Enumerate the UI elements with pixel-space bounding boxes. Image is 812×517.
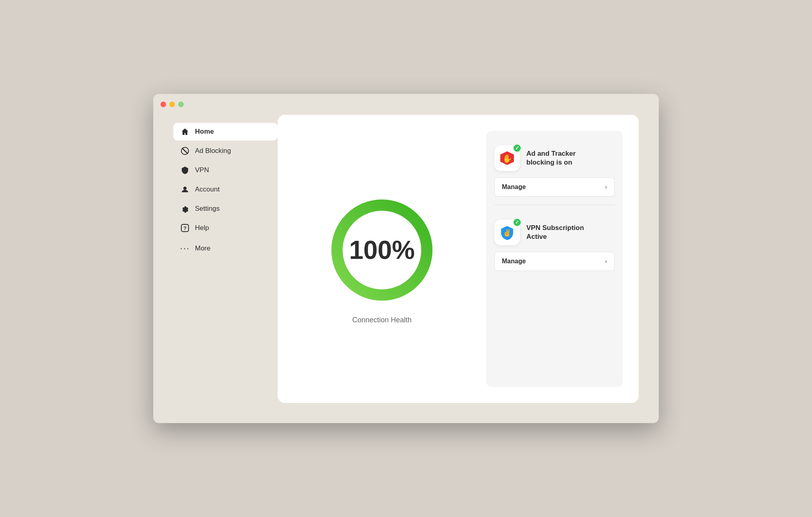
health-percentage: 100% (349, 236, 415, 265)
ad-tracker-manage-label: Manage (502, 183, 526, 191)
vpn-chevron-icon: › (605, 258, 607, 265)
sidebar-item-account[interactable]: Account (173, 181, 278, 198)
svg-text:?: ? (183, 225, 187, 231)
svg-point-2 (183, 187, 187, 190)
ad-blocking-icon (181, 147, 189, 155)
ad-tracker-status-text: Ad and Trackerblocking is on (526, 149, 576, 167)
sidebar-item-help[interactable]: ? Help (173, 219, 278, 237)
sidebar: Home Ad Blocking VPN (173, 115, 278, 403)
svg-line-1 (183, 149, 187, 153)
vpn-card-header: ✌️ ✓ VPN SubscriptionActive (494, 213, 615, 252)
home-icon (181, 128, 189, 136)
app-window: Home Ad Blocking VPN (153, 94, 659, 423)
vpn-status-text: VPN SubscriptionActive (526, 224, 584, 241)
sidebar-item-more[interactable]: ··· More (173, 238, 278, 258)
ad-tracker-card-header: ✋ ✓ Ad and Trackerblocking is on (494, 139, 615, 177)
sidebar-item-ad-blocking[interactable]: Ad Blocking (173, 142, 278, 160)
status-panel: ✋ ✓ Ad and Trackerblocking is on Manage … (486, 131, 623, 387)
sidebar-label-home: Home (195, 128, 214, 136)
sidebar-label-settings: Settings (195, 205, 219, 213)
ad-tracker-check-icon: ✓ (515, 146, 519, 151)
close-button[interactable] (160, 102, 166, 107)
vpn-manage-button[interactable]: Manage › (494, 252, 615, 271)
sidebar-label-ad-blocking: Ad Blocking (195, 147, 231, 155)
ad-tracker-icon-wrap: ✋ ✓ (494, 145, 520, 171)
sidebar-label-help: Help (195, 224, 209, 232)
help-icon: ? (181, 224, 189, 232)
app-body: Home Ad Blocking VPN (153, 115, 659, 423)
sidebar-label-account: Account (195, 185, 219, 193)
vpn-check-icon: ✓ (515, 220, 519, 225)
ad-tracker-badge: ✓ (513, 144, 522, 153)
title-bar (153, 94, 659, 115)
stop-hand-icon: ✋ (499, 151, 515, 166)
health-label: Connection Health (352, 316, 412, 324)
vpn-shield-icon: ✌️ (499, 225, 515, 240)
account-icon (181, 185, 189, 193)
svg-text:✌️: ✌️ (503, 228, 512, 237)
donut-center: 100% (349, 237, 415, 263)
ad-tracker-card: ✋ ✓ Ad and Trackerblocking is on Manage … (494, 139, 615, 197)
ad-tracker-manage-button[interactable]: Manage › (494, 177, 615, 197)
vpn-manage-label: Manage (502, 258, 526, 265)
vpn-icon (181, 166, 189, 174)
traffic-lights (160, 102, 184, 107)
sidebar-label-more: More (195, 244, 211, 252)
donut-chart: 100% (326, 194, 438, 306)
vpn-card: ✌️ ✓ VPN SubscriptionActive Manage › (494, 213, 615, 271)
sidebar-item-home[interactable]: Home (173, 123, 278, 140)
card-divider (494, 205, 615, 205)
ad-tracker-chevron-icon: › (605, 183, 607, 191)
sidebar-label-vpn: VPN (195, 166, 209, 174)
settings-icon (181, 205, 189, 213)
sidebar-item-settings[interactable]: Settings (173, 200, 278, 218)
svg-text:✋: ✋ (502, 154, 512, 163)
more-icon: ··· (181, 243, 189, 254)
main-content: 100% Connection Health (278, 115, 639, 403)
maximize-button[interactable] (178, 102, 184, 107)
vpn-icon-wrap: ✌️ ✓ (494, 220, 520, 245)
vpn-badge: ✓ (513, 218, 522, 227)
minimize-button[interactable] (169, 102, 175, 107)
sidebar-item-vpn[interactable]: VPN (173, 161, 278, 179)
health-panel: 100% Connection Health (294, 131, 470, 387)
